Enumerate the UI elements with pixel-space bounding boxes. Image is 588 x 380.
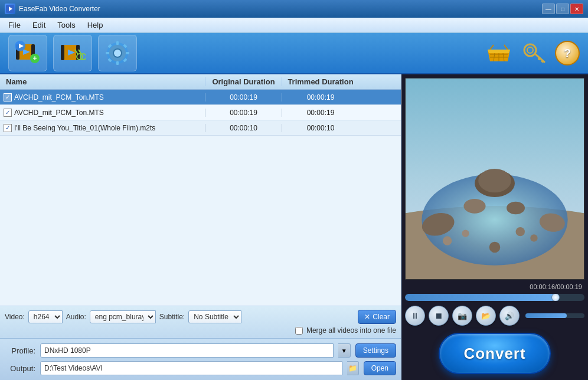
output-input[interactable] bbox=[40, 361, 342, 375]
menu-tools[interactable]: Tools bbox=[51, 19, 81, 31]
av-controls: Video: h264 Audio: eng pcm_bluray Subtit… bbox=[5, 310, 396, 324]
file-name: AVCHD_mit_PCM_Ton.MTS bbox=[0, 109, 205, 117]
output-folder-icon[interactable]: 📁 bbox=[347, 361, 359, 375]
key-button[interactable] bbox=[521, 40, 547, 67]
svg-point-48 bbox=[463, 199, 485, 214]
file-checkbox[interactable] bbox=[4, 124, 12, 132]
table-header: Name Original Duration Trimmed Duration bbox=[0, 74, 401, 90]
merge-label: Merge all videos into one file bbox=[306, 326, 396, 335]
svg-rect-21 bbox=[116, 41, 119, 45]
svg-point-47 bbox=[478, 169, 511, 192]
progress-handle[interactable] bbox=[551, 294, 560, 301]
snapshot-button[interactable]: 📷 bbox=[452, 306, 472, 326]
video-label: Video: bbox=[5, 313, 25, 321]
add-video-button[interactable]: + bbox=[8, 35, 47, 71]
subtitle-select[interactable]: No Subtitle bbox=[188, 310, 241, 323]
clear-button[interactable]: ✕ Clear bbox=[358, 310, 396, 324]
app-icon bbox=[5, 4, 15, 14]
file-checkbox[interactable] bbox=[4, 109, 12, 117]
settings-button[interactable] bbox=[98, 35, 137, 71]
volume-button[interactable]: 🔊 bbox=[499, 306, 520, 326]
profile-input[interactable] bbox=[40, 343, 334, 358]
titlebar: EaseFab Video Converter — □ ✕ bbox=[0, 0, 588, 18]
open-button[interactable]: Open bbox=[364, 361, 396, 375]
svg-rect-24 bbox=[126, 52, 129, 54]
file-orig-duration: 00:00:19 bbox=[205, 109, 282, 117]
menubar: File Edit Tools Help bbox=[0, 18, 588, 33]
subtitle-select-container: No Subtitle bbox=[188, 310, 241, 323]
video-select-container: h264 bbox=[28, 310, 63, 323]
video-preview bbox=[405, 78, 584, 280]
table-row[interactable]: AVCHD_mit_PCM_Ton.MTS 00:00:19 00:00:19 bbox=[0, 90, 401, 105]
svg-point-51 bbox=[530, 234, 537, 241]
table-row[interactable]: I'll Be Seeing You_Title_01(Whole Film).… bbox=[0, 120, 401, 136]
file-trim-duration: 00:00:19 bbox=[282, 93, 359, 101]
merge-row: Merge all videos into one file bbox=[5, 326, 396, 335]
svg-point-54 bbox=[516, 227, 525, 236]
profile-row: Profile: ▼ Settings bbox=[5, 343, 396, 358]
svg-text:+: + bbox=[32, 54, 37, 63]
svg-rect-23 bbox=[106, 52, 109, 54]
video-select[interactable]: h264 bbox=[28, 310, 63, 323]
profile-dropdown-arrow[interactable]: ▼ bbox=[338, 343, 351, 358]
file-trim-duration: 00:00:19 bbox=[282, 109, 359, 117]
open-file-button[interactable]: 📂 bbox=[476, 306, 496, 326]
menu-edit[interactable]: Edit bbox=[27, 19, 51, 31]
output-row: Output: 📁 Open bbox=[5, 361, 396, 375]
file-trim-duration: 00:00:10 bbox=[282, 124, 359, 132]
window-controls: — □ ✕ bbox=[542, 4, 583, 14]
right-toolbar: ? bbox=[485, 39, 580, 68]
convert-button[interactable]: Convert bbox=[439, 333, 551, 374]
file-name: AVCHD_mit_PCM_Ton.MTS bbox=[0, 93, 205, 101]
audio-select[interactable]: eng pcm_bluray bbox=[90, 310, 156, 323]
audio-select-container: eng pcm_bluray bbox=[90, 310, 156, 323]
pause-button[interactable]: ⏸ bbox=[405, 306, 425, 326]
svg-rect-11 bbox=[61, 45, 64, 60]
svg-rect-22 bbox=[116, 61, 119, 65]
col-orig-duration: Original Duration bbox=[205, 77, 282, 86]
svg-point-53 bbox=[462, 230, 469, 237]
bottom-controls: Video: h264 Audio: eng pcm_bluray Subtit… bbox=[0, 306, 401, 338]
menu-help[interactable]: Help bbox=[81, 19, 109, 31]
close-button[interactable]: ✕ bbox=[570, 4, 583, 14]
right-panel: 00:00:16/00:00:19 ⏸ ⏹ 📷 📂 🔊 Convert bbox=[401, 74, 588, 380]
left-panel: Name Original Duration Trimmed Duration … bbox=[0, 74, 401, 380]
file-orig-duration: 00:00:19 bbox=[205, 93, 282, 101]
edit-video-button[interactable] bbox=[53, 35, 92, 71]
maximize-button[interactable]: □ bbox=[556, 4, 569, 14]
main-area: Name Original Duration Trimmed Duration … bbox=[0, 74, 588, 380]
player-controls: ⏸ ⏹ 📷 📂 🔊 bbox=[405, 304, 584, 327]
time-display: 00:00:16/00:00:19 bbox=[405, 283, 584, 290]
stop-button[interactable]: ⏹ bbox=[429, 306, 449, 326]
settings-button[interactable]: Settings bbox=[355, 343, 396, 358]
volume-slider[interactable] bbox=[525, 313, 584, 318]
progress-fill bbox=[405, 294, 556, 301]
shop-button[interactable] bbox=[485, 39, 512, 68]
app-title: EaseFab Video Converter bbox=[19, 5, 542, 13]
file-table: Name Original Duration Trimmed Duration … bbox=[0, 74, 401, 306]
profile-output: Profile: ▼ Settings Output: 📁 Open bbox=[0, 338, 401, 380]
svg-point-52 bbox=[489, 242, 501, 253]
audio-label: Audio: bbox=[66, 313, 86, 321]
svg-point-49 bbox=[507, 202, 525, 215]
table-row[interactable]: AVCHD_mit_PCM_Ton.MTS 00:00:19 00:00:19 bbox=[0, 105, 401, 120]
file-name: I'll Be Seeing You_Title_01(Whole Film).… bbox=[0, 124, 205, 132]
profile-label: Profile: bbox=[5, 346, 35, 355]
merge-checkbox[interactable] bbox=[295, 327, 303, 335]
svg-point-36 bbox=[527, 47, 533, 53]
file-checkbox[interactable] bbox=[4, 93, 12, 101]
file-orig-duration: 00:00:10 bbox=[205, 124, 282, 132]
toolbar: + bbox=[0, 33, 588, 74]
output-label: Output: bbox=[5, 364, 35, 373]
menu-file[interactable]: File bbox=[2, 19, 27, 31]
svg-point-29 bbox=[114, 50, 121, 57]
col-trim-duration: Trimmed Duration bbox=[282, 77, 359, 86]
svg-point-50 bbox=[443, 236, 452, 245]
minimize-button[interactable]: — bbox=[542, 4, 555, 14]
help-button[interactable]: ? bbox=[555, 41, 580, 65]
progress-bar[interactable] bbox=[405, 294, 584, 301]
subtitle-label: Subtitle: bbox=[159, 313, 185, 321]
col-name: Name bbox=[0, 77, 205, 86]
